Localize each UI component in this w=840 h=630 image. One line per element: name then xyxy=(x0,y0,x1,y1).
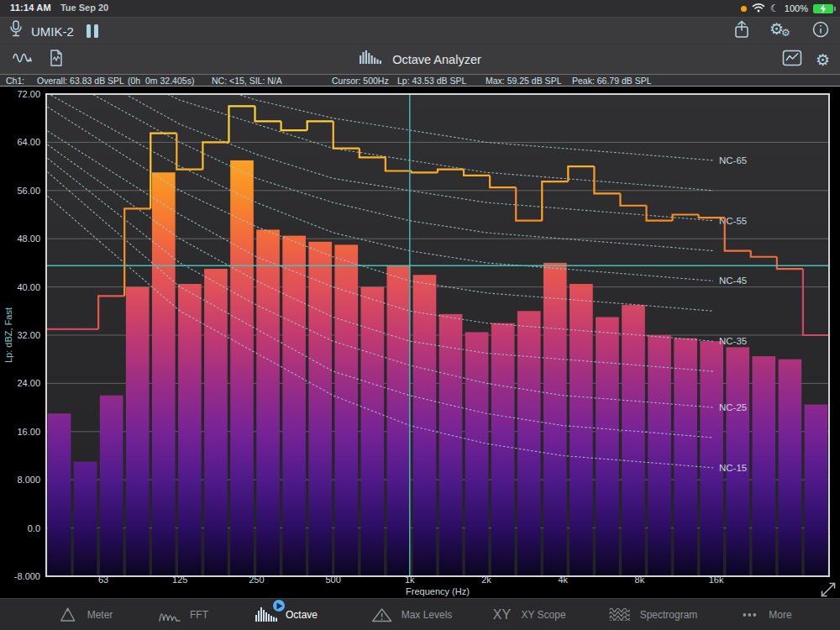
octave-bar[interactable] xyxy=(308,242,332,575)
x-tick-label: 1k xyxy=(405,575,415,585)
tab-label: FFT xyxy=(190,609,208,621)
octave-bar[interactable] xyxy=(126,287,150,575)
y-axis-title: Lp: dBZ, Fast xyxy=(3,307,13,363)
tab-label: Octave xyxy=(286,609,318,621)
device-name[interactable]: UMIK-2 xyxy=(31,24,74,39)
tab-meter[interactable]: Meter xyxy=(55,599,113,630)
tab-label: Spectrogram xyxy=(640,609,698,621)
octave-bar[interactable] xyxy=(413,275,437,575)
y-tick-label: 32.00 xyxy=(17,330,40,340)
tab-more[interactable]: More xyxy=(737,599,791,630)
octave-bar[interactable] xyxy=(753,356,776,575)
analyzer-title-bar: Octave Analyzer ⚙ xyxy=(0,44,840,74)
y-tick-label: -8.000 xyxy=(14,571,40,581)
x-axis-title: Frequency (Hz) xyxy=(406,586,470,596)
battery-charging-icon xyxy=(813,4,833,13)
octave-bar[interactable] xyxy=(674,339,697,575)
date: Tue Sep 20 xyxy=(60,3,108,13)
gear-icon[interactable]: ⚙ xyxy=(816,52,830,68)
y-tick-label: 16.00 xyxy=(17,427,40,437)
octave-bar[interactable] xyxy=(230,160,254,575)
microphone-icon[interactable] xyxy=(8,19,24,43)
octave-bar[interactable] xyxy=(700,341,723,575)
octave-bar[interactable] xyxy=(570,284,593,575)
device-toolbar: UMIK-2 ⚙ ⚙ xyxy=(0,17,840,44)
octave-bar[interactable] xyxy=(48,413,71,575)
y-tick-label: 0.0 xyxy=(28,523,40,533)
y-tick-label: 56.00 xyxy=(17,186,40,196)
octave-bar[interactable] xyxy=(648,335,671,575)
octave-bar[interactable] xyxy=(282,236,306,575)
spectrogram-icon xyxy=(608,606,633,623)
xy-icon: XY xyxy=(489,606,514,623)
octave-bar[interactable] xyxy=(726,347,749,575)
wifi-icon xyxy=(752,3,765,14)
svg-text:XY: XY xyxy=(493,607,512,622)
info-icon[interactable] xyxy=(811,20,830,42)
x-tick-label: 8k xyxy=(635,575,645,585)
y-tick-label: 8.000 xyxy=(17,475,40,485)
do-not-disturb-moon-icon: ☾ xyxy=(770,4,780,13)
fft-icon xyxy=(158,606,183,623)
page-title: Octave Analyzer xyxy=(392,53,481,66)
octave-chart[interactable]: NC-15NC-25NC-35NC-45NC-55NC-6572.0064.00… xyxy=(0,87,840,598)
tab-bar: MeterFFTOctaveMax LevelsXYXY ScopeSpectr… xyxy=(0,598,840,630)
octave-bar[interactable] xyxy=(439,314,463,575)
tab-spectrogram[interactable]: Spectrogram xyxy=(608,599,698,630)
octave-bar[interactable] xyxy=(805,405,828,575)
octave-bar[interactable] xyxy=(334,244,358,575)
nc-curve-label: NC-35 xyxy=(719,336,747,346)
stats-item: Overall: 63.83 dB SPL xyxy=(37,76,124,86)
x-tick-label: 63 xyxy=(98,575,108,585)
octave-bar[interactable] xyxy=(596,317,619,575)
octave-bar[interactable] xyxy=(204,269,228,575)
octave-bar[interactable] xyxy=(622,305,645,575)
octave-bar[interactable] xyxy=(256,229,280,575)
octave-analyzer-app: 11:14 AM Tue Sep 20 ☾ 100% UMI xyxy=(0,0,840,630)
x-tick-label: 125 xyxy=(172,575,187,585)
x-tick-label: 2k xyxy=(481,575,491,585)
octave-analyzer-icon xyxy=(359,50,384,70)
octave-bar[interactable] xyxy=(361,287,385,575)
tab-xy-scope[interactable]: XYXY Scope xyxy=(489,599,565,630)
pause-button[interactable] xyxy=(87,24,98,38)
stats-bar: Ch1:Overall: 63.83 dB SPL(0h 0m 32.405s)… xyxy=(0,74,840,87)
octave-bar[interactable] xyxy=(152,172,176,575)
chart-box-icon[interactable] xyxy=(782,50,802,70)
octave-bar[interactable] xyxy=(178,284,202,575)
x-tick-label: 250 xyxy=(249,575,264,585)
nc-curve-label: NC-45 xyxy=(719,276,747,286)
battery-percent: 100% xyxy=(785,3,808,13)
nc-curve-label: NC-25 xyxy=(719,402,747,412)
tab-label: Max Levels xyxy=(402,609,453,621)
tab-octave[interactable]: Octave xyxy=(254,599,318,630)
octave-bar[interactable] xyxy=(100,396,123,575)
clock: 11:14 AM xyxy=(10,3,51,13)
expand-icon[interactable] xyxy=(822,584,835,596)
stats-item: Cursor: 500Hz xyxy=(332,76,389,86)
tab-max-levels[interactable]: Max Levels xyxy=(370,599,453,630)
octave-bar[interactable] xyxy=(491,323,515,575)
octave-bar[interactable] xyxy=(779,360,802,575)
share-icon[interactable] xyxy=(732,19,751,43)
stats-item: (0h 0m 32.405s) xyxy=(128,76,194,86)
tab-fft[interactable]: FFT xyxy=(158,599,208,630)
status-bar: 11:14 AM Tue Sep 20 ☾ 100% xyxy=(0,0,840,17)
x-tick-label: 4k xyxy=(558,575,568,585)
more-dots-icon xyxy=(737,606,762,623)
octave-bar[interactable] xyxy=(465,332,489,575)
octave-bar[interactable] xyxy=(387,265,411,575)
y-tick-label: 48.00 xyxy=(17,234,40,244)
y-tick-label: 24.00 xyxy=(17,378,40,388)
tab-label: Meter xyxy=(87,609,113,621)
stats-item: Peak: 66.79 dB SPL xyxy=(572,76,652,86)
stats-item: NC: <15, SIL: N/A xyxy=(212,76,282,86)
octave-bar[interactable] xyxy=(543,263,567,575)
warning-icon xyxy=(370,606,395,623)
nc-curve-label: NC-65 xyxy=(719,155,747,165)
x-tick-label: 500 xyxy=(325,575,340,585)
stats-item: Max: 59.25 dB SPL xyxy=(486,76,561,86)
settings-gears-icon[interactable]: ⚙ ⚙ xyxy=(769,21,793,41)
octave-bar[interactable] xyxy=(517,311,541,575)
octave-bar[interactable] xyxy=(74,462,97,575)
